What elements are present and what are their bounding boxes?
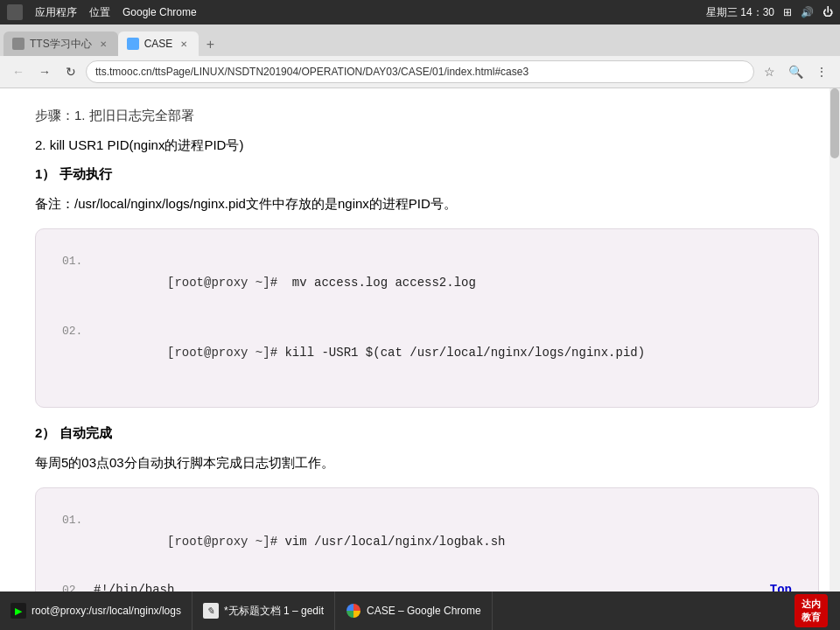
scrollbar-thumb[interactable] [830,88,839,158]
auto-desc: 每周5的03点03分自动执行脚本完成日志切割工作。 [35,452,819,474]
tab-case-label: CASE [144,38,173,50]
reload-button[interactable]: ↻ [60,60,82,83]
browser-label: Google Chrome [122,6,197,18]
tab-tts-favicon [12,38,24,50]
tab-tts[interactable]: TTS学习中心 ✕ [4,32,118,56]
section2-title: 2） 自动完成 [35,422,819,444]
taskbar-right: 达内教育 [786,594,840,627]
bookmark-button[interactable]: ☆ [758,60,780,83]
search-button[interactable]: 🔍 [784,60,807,83]
system-bar-right: 星期三 14：30 ⊞ 🔊 ⏻ [706,5,833,20]
forward-button[interactable]: → [33,60,56,83]
power-icon: ⏻ [822,6,833,18]
browser-chrome: TTS学习中心 ✕ CASE ✕ + ← → ↻ tts.tmooc.cn/tt… [0,24,840,88]
note1: 备注：/usr/local/nginx/logs/nginx.pid文件中存放的… [35,192,819,215]
tab-tts-close[interactable]: ✕ [97,38,109,50]
tedu-logo: 达内教育 [794,594,828,627]
nav-bar: ← → ↻ tts.tmooc.cn/ttsPage/LINUX/NSDTN20… [0,56,840,88]
taskbar-chrome-label: CASE – Google Chrome [367,605,481,617]
scrollbar-track[interactable] [830,88,840,592]
tab-case-close[interactable]: ✕ [178,38,190,50]
code-block-2: 01. [root@proxy ~]# vim /usr/local/nginx… [35,487,819,592]
chrome-circle [346,604,360,618]
gedit-icon: ✎ [203,603,219,619]
content-area: 步骤：1. 把旧日志完全部署 2. kill USR1 PID(nginx的进程… [0,88,840,592]
taskbar-gedit[interactable]: ✎ *无标题文档 1 – gedit [192,592,335,630]
step2: 2. kill USR1 PID(nginx的进程PID号) [35,134,819,157]
tab-case[interactable]: CASE ✕ [118,32,200,56]
menu-button[interactable]: ⋮ [810,60,833,83]
taskbar: ▶ root@proxy:/usr/local/nginx/logs ✎ *无标… [0,592,840,630]
volume-icon: 🔊 [801,6,814,18]
code-block-1: 01. [root@proxy ~]# mv access.log access… [35,228,819,408]
app-menu[interactable]: 应用程序 [35,5,77,20]
chrome-icon [346,603,361,619]
code-line-1-1: 01. [root@proxy ~]# mv access.log access… [62,250,792,317]
system-bar-left: 应用程序 位置 Google Chrome [7,4,197,20]
new-tab-button[interactable]: + [199,33,221,56]
code-line-2-2: 02. #!/bin/bash Top [62,579,792,592]
location-menu[interactable]: 位置 [89,5,110,20]
top-link[interactable]: Top [770,579,792,592]
code-line-2-1: 01. [root@proxy ~]# vim /usr/local/nginx… [62,509,792,576]
network-icon: ⊞ [783,6,792,18]
section1-title: 1） 手动执行 [35,163,819,186]
system-app-icon [7,4,23,20]
terminal-icon: ▶ [10,603,26,619]
taskbar-gedit-label: *无标题文档 1 – gedit [224,604,324,619]
address-bar[interactable]: tts.tmooc.cn/ttsPage/LINUX/NSDTN201904/O… [86,60,754,83]
tab-case-favicon [127,38,139,50]
code-line-1-2: 02. [root@proxy ~]# kill -USR1 $(cat /us… [62,320,792,387]
taskbar-terminal-label: root@proxy:/usr/local/nginx/logs [32,605,181,617]
tab-bar: TTS学习中心 ✕ CASE ✕ + [0,24,840,56]
tab-tts-label: TTS学习中心 [30,37,92,52]
address-text: tts.tmooc.cn/ttsPage/LINUX/NSDTN201904/O… [95,66,745,78]
taskbar-terminal[interactable]: ▶ root@proxy:/usr/local/nginx/logs [0,592,192,630]
taskbar-chrome[interactable]: CASE – Google Chrome [335,592,493,630]
system-time: 星期三 14：30 [706,5,774,20]
back-button[interactable]: ← [7,60,30,83]
step-prefix: 步骤：1. 把旧日志完全部署 [35,104,819,127]
system-bar: 应用程序 位置 Google Chrome 星期三 14：30 ⊞ 🔊 ⏻ [0,0,840,24]
